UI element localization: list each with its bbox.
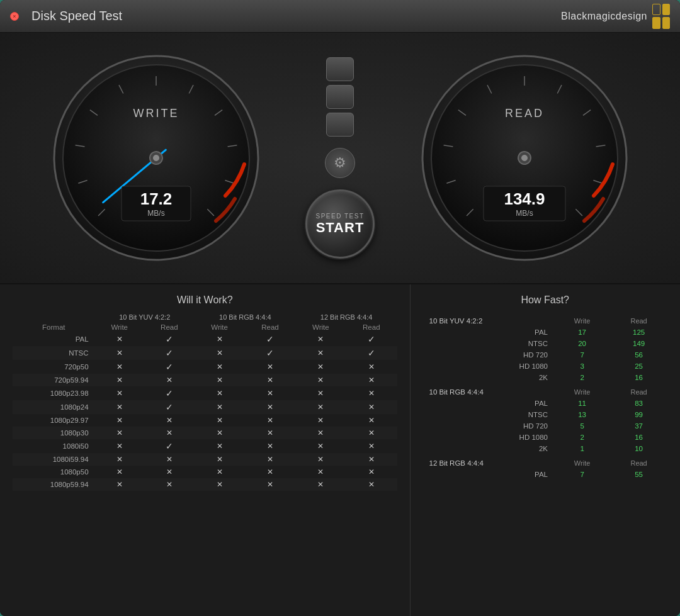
format-cell: 720p59.94 [13, 374, 95, 386]
data-cell: ✕ [144, 414, 195, 427]
data-cell: ✕ [95, 453, 144, 466]
hf-section-header: 12 Bit RGB 4:4:4WriteRead [423, 454, 668, 469]
data-cell: ✕ [244, 400, 295, 414]
table-row: 1080p30✕✕✕✕✕✕ [13, 427, 397, 439]
hf-section-header: 10 Bit RGB 4:4:4WriteRead [423, 383, 668, 398]
write-speedometer: WRITE 17.2 MB/s [49, 51, 263, 265]
data-cell: ✕ [244, 414, 295, 427]
data-cell: ✕ [296, 453, 346, 466]
hf-data-row: PAL755 [423, 469, 668, 480]
hf-data-row: HD 1080325 [423, 361, 668, 372]
table-row: 1080i50✕✓✕✕✕✕ [13, 439, 397, 453]
group-header-rgb12: 12 Bit RGB 4:4:4 [296, 312, 397, 322]
format-cell: 1080p50 [13, 466, 95, 478]
bmd-logo-squares [652, 4, 670, 29]
app-window: × Disk Speed Test Blackmagicdesign [0, 0, 680, 616]
hf-data-row: PAL17125 [423, 327, 668, 338]
data-cell: ✕ [296, 360, 346, 374]
format-cell: 1080p59.94 [13, 478, 95, 491]
will-it-work-table: 10 Bit YUV 4:2:2 10 Bit RGB 4:4:4 12 Bit… [13, 312, 397, 491]
data-cell: ✓ [144, 439, 195, 453]
data-section: Will it Work? 10 Bit YUV 4:2:2 10 Bit RG… [0, 284, 680, 616]
data-cell: ✓ [144, 400, 195, 414]
data-cell: ✕ [144, 453, 195, 466]
table-row: 1080p29.97✕✕✕✕✕✕ [13, 414, 397, 427]
table-row: 1080i59.94✕✕✕✕✕✕ [13, 453, 397, 466]
read-gauge-container: READ 134.9 MB/s [394, 51, 655, 265]
data-cell: ✓ [144, 332, 195, 346]
format-cell: 1080p24 [13, 400, 95, 414]
hf-data-row: 2K216 [423, 372, 668, 383]
data-cell: ✕ [144, 427, 195, 439]
hf-section-header: 10 Bit YUV 4:2:2WriteRead [423, 312, 668, 327]
hf-data-row: PAL1183 [423, 398, 668, 409]
gauge-wrapper: WRITE 17.2 MB/s ⚙ SPEED TEST [25, 51, 655, 265]
col-format-header [13, 312, 95, 322]
bmd-sq-2 [662, 4, 671, 16]
table-row: 1080p59.94✕✕✕✕✕✕ [13, 478, 397, 491]
data-cell: ✕ [244, 427, 295, 439]
data-cell: ✓ [244, 332, 295, 346]
hf-data-row: NTSC1399 [423, 409, 668, 420]
data-cell: ✕ [296, 427, 346, 439]
data-cell: ✕ [95, 466, 144, 478]
col-rgb12-write: Write [296, 322, 346, 332]
data-cell: ✕ [195, 466, 244, 478]
data-cell: ✕ [195, 400, 244, 414]
data-cell: ✓ [346, 332, 397, 346]
data-cell: ✕ [144, 374, 195, 386]
data-cell: ✕ [296, 466, 346, 478]
data-cell: ✓ [144, 360, 195, 374]
bmd-logo: Blackmagicdesign [561, 4, 670, 29]
format-btn-1[interactable] [326, 57, 354, 81]
bmd-sq-4 [662, 17, 671, 29]
data-cell: ✓ [144, 386, 195, 400]
table-row: 720p50✕✓✕✕✕✕ [13, 360, 397, 374]
data-cell: ✕ [296, 346, 346, 360]
data-cell: ✕ [296, 478, 346, 491]
col-yuv-read: Read [144, 322, 195, 332]
gauge-section: WRITE 17.2 MB/s ⚙ SPEED TEST [0, 33, 680, 284]
data-cell: ✕ [244, 386, 295, 400]
close-button[interactable]: × [10, 12, 19, 21]
data-cell: ✕ [296, 374, 346, 386]
how-fast-title: How Fast? [423, 294, 668, 306]
format-cell: 720p50 [13, 360, 95, 374]
data-cell: ✕ [195, 374, 244, 386]
col-rgb10-write: Write [195, 322, 244, 332]
group-header-yuv: 10 Bit YUV 4:2:2 [95, 312, 195, 322]
title-bar: × Disk Speed Test Blackmagicdesign [0, 0, 680, 33]
data-cell: ✕ [346, 466, 397, 478]
format-btn-2[interactable] [326, 85, 354, 109]
format-buttons [326, 57, 354, 137]
data-cell: ✕ [244, 453, 295, 466]
write-gauge-container: WRITE 17.2 MB/s [25, 51, 286, 265]
data-cell: ✓ [244, 346, 295, 360]
gear-button[interactable]: ⚙ [325, 148, 355, 178]
format-btn-3[interactable] [326, 113, 354, 137]
data-cell: ✕ [95, 332, 144, 346]
how-fast-panel: How Fast? 10 Bit YUV 4:2:2WriteReadPAL17… [411, 284, 681, 616]
col-yuv-write: Write [95, 322, 144, 332]
svg-text:WRITE: WRITE [133, 107, 179, 120]
data-cell: ✕ [144, 478, 195, 491]
data-cell: ✕ [346, 427, 397, 439]
table-row: 1080p24✕✓✕✕✕✕ [13, 400, 397, 414]
data-cell: ✕ [95, 478, 144, 491]
data-cell: ✕ [244, 466, 295, 478]
data-cell: ✕ [346, 400, 397, 414]
format-cell: 1080i59.94 [13, 453, 95, 466]
data-cell: ✕ [144, 466, 195, 478]
bmd-sq-3 [652, 17, 660, 29]
will-it-work-title: Will it Work? [13, 294, 397, 306]
data-cell: ✕ [195, 414, 244, 427]
data-cell: ✕ [195, 478, 244, 491]
svg-text:MB/s: MB/s [516, 209, 533, 218]
col-format-label: Format [13, 322, 95, 332]
data-cell: ✕ [95, 386, 144, 400]
bmd-logo-text: Blackmagicdesign [561, 11, 647, 22]
start-label-main: START [316, 220, 365, 236]
svg-text:READ: READ [504, 107, 543, 120]
start-button[interactable]: SPEED TEST START [305, 189, 375, 259]
col-rgb10-read: Read [244, 322, 295, 332]
